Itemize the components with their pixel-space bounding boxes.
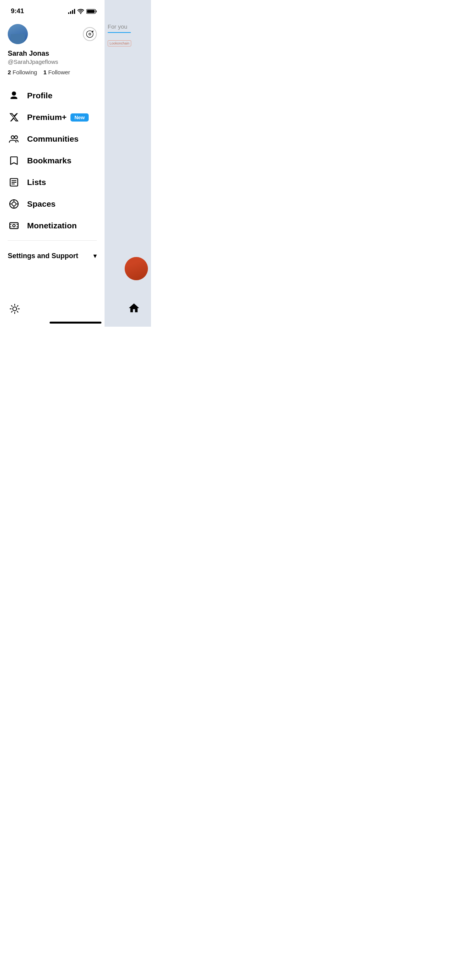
nav-label-bookmarks: Bookmarks xyxy=(27,156,71,165)
x-icon xyxy=(9,112,19,123)
communities-icon xyxy=(9,134,19,144)
spaces-nav-label-wrapper: Spaces xyxy=(27,199,96,209)
monetization-nav-label-wrapper: Monetization xyxy=(27,221,96,230)
nav-item-premium[interactable]: Premium+ New xyxy=(4,106,101,128)
nav-label-monetization: Monetization xyxy=(27,221,77,230)
right-panel: For you Lookonchain xyxy=(105,0,151,327)
following-stat[interactable]: 2 Following xyxy=(8,69,37,75)
home-button[interactable] xyxy=(128,302,140,316)
communities-nav-label-wrapper: Communities xyxy=(27,134,96,144)
nav-item-lists[interactable]: Lists xyxy=(4,171,101,193)
divider xyxy=(8,240,97,241)
drawer-panel: 9:41 xyxy=(0,0,105,327)
status-icons xyxy=(68,9,97,14)
svg-point-4 xyxy=(11,136,14,139)
lists-icon xyxy=(9,177,19,188)
right-avatar xyxy=(125,257,148,280)
nav-item-communities[interactable]: Communities xyxy=(4,128,101,150)
nav-label-lists: Lists xyxy=(27,178,46,187)
settings-support-row[interactable]: Settings and Support ▾ xyxy=(0,245,105,267)
nav-label-communities: Communities xyxy=(27,134,79,144)
follower-stat[interactable]: 1 Follower xyxy=(43,69,70,75)
add-account-button[interactable] xyxy=(83,27,97,41)
for-you-label: For you xyxy=(108,23,148,30)
chevron-down-icon: ▾ xyxy=(93,252,97,260)
svg-rect-16 xyxy=(10,223,18,228)
bookmark-icon xyxy=(9,155,19,166)
new-badge: New xyxy=(70,113,89,122)
monetization-icon xyxy=(9,220,19,231)
user-handle: @SarahJpageflows xyxy=(8,58,97,65)
home-indicator xyxy=(50,322,101,324)
user-name: Sarah Jonas xyxy=(8,50,97,58)
svg-line-27 xyxy=(12,306,12,307)
wifi-icon xyxy=(77,9,84,14)
signal-icon xyxy=(68,9,75,14)
premium-nav-label-wrapper: Premium+ New xyxy=(27,113,96,122)
for-you-underline xyxy=(108,32,131,33)
spaces-icon xyxy=(9,199,19,209)
profile-nav-label-wrapper: Profile xyxy=(27,91,96,100)
follow-stats: 2 Following 1 Follower xyxy=(8,69,97,75)
profile-top-row xyxy=(8,24,97,44)
avatar[interactable] xyxy=(8,24,28,44)
svg-point-5 xyxy=(15,136,18,139)
nav-item-profile[interactable]: Profile xyxy=(4,85,101,106)
settings-support-label: Settings and Support xyxy=(8,252,78,260)
svg-line-28 xyxy=(17,311,18,312)
svg-rect-1 xyxy=(96,10,97,12)
svg-line-29 xyxy=(12,311,12,312)
profile-header: Sarah Jonas @SarahJpageflows 2 Following… xyxy=(0,19,105,75)
svg-point-11 xyxy=(12,202,16,206)
lists-nav-label-wrapper: Lists xyxy=(27,178,96,187)
nav-list: Profile Premium+ New xyxy=(0,85,105,236)
svg-point-22 xyxy=(13,307,17,311)
nav-item-bookmarks[interactable]: Bookmarks xyxy=(4,150,101,171)
svg-rect-2 xyxy=(87,10,95,13)
battery-icon xyxy=(86,9,97,14)
nav-item-spaces[interactable]: Spaces xyxy=(4,193,101,215)
bookmarks-nav-label-wrapper: Bookmarks xyxy=(27,156,96,165)
person-icon xyxy=(9,90,19,101)
nav-label-spaces: Spaces xyxy=(27,199,56,209)
theme-toggle-button[interactable] xyxy=(8,302,22,316)
svg-line-30 xyxy=(17,306,18,307)
nav-item-monetization[interactable]: Monetization xyxy=(4,215,101,236)
lookonchain-badge: Lookonchain xyxy=(108,40,131,46)
svg-point-17 xyxy=(13,224,15,227)
nav-label-profile: Profile xyxy=(27,91,52,100)
nav-label-premium: Premium+ xyxy=(27,113,67,122)
status-time: 9:41 xyxy=(11,7,24,15)
status-bar: 9:41 xyxy=(0,0,105,19)
